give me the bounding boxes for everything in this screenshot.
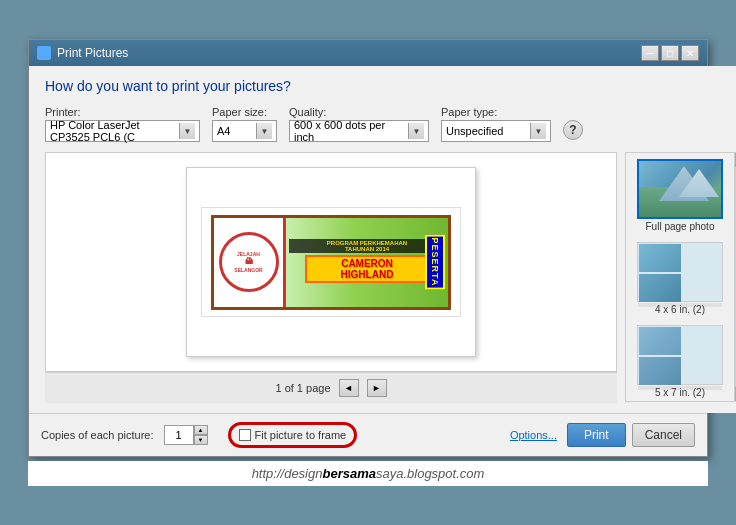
options-link[interactable]: Options...: [510, 429, 557, 441]
action-buttons: Print Cancel: [567, 423, 695, 447]
dialog-titlebar: Print Pictures ─ □ ✕: [29, 40, 707, 66]
paper-size-arrow: ▼: [256, 123, 272, 139]
dialog-title: Print Pictures: [57, 46, 635, 60]
minimize-button[interactable]: ─: [641, 45, 659, 61]
quality-label: Quality:: [289, 106, 429, 118]
close-button[interactable]: ✕: [681, 45, 699, 61]
thumb-4x6-label: 4 x 6 in. (2): [655, 304, 705, 315]
paper-size-label: Paper size:: [212, 106, 277, 118]
website-suffix: saya: [376, 466, 403, 481]
printer-field-group: Printer: HP Color LaserJet CP3525 PCL6 (…: [45, 106, 200, 142]
paper-type-arrow: ▼: [530, 123, 546, 139]
printer-dropdown[interactable]: HP Color LaserJet CP3525 PCL6 (C ▼: [45, 120, 200, 142]
prev-page-button[interactable]: ◄: [339, 379, 359, 397]
thumb-4x6-img: [637, 242, 723, 302]
thumb-full-page-label: Full page photo: [646, 221, 715, 232]
website-prefix: http://design: [252, 466, 323, 481]
page-info: 1 of 1 page: [275, 382, 330, 394]
paper-type-dropdown[interactable]: Unspecified ▼: [441, 120, 551, 142]
printer-value: HP Color LaserJet CP3525 PCL6 (C: [50, 119, 179, 143]
paper-type-value: Unspecified: [446, 125, 530, 137]
next-page-button[interactable]: ►: [367, 379, 387, 397]
quality-value: 600 x 600 dots per inch: [294, 119, 408, 143]
paper-size-field-group: Paper size: A4 ▼: [212, 106, 277, 142]
thumbnail-full-page[interactable]: Full page photo: [635, 157, 725, 234]
paper-preview: JELAJAH 🏔 SELANGOR: [186, 167, 476, 357]
help-button[interactable]: ?: [563, 120, 583, 140]
spinner-down-button[interactable]: ▼: [194, 435, 208, 445]
cancel-button[interactable]: Cancel: [632, 423, 695, 447]
spinner-up-button[interactable]: ▲: [194, 425, 208, 435]
copies-input[interactable]: [164, 425, 194, 445]
paper-size-dropdown[interactable]: A4 ▼: [212, 120, 277, 142]
paper-type-label: Paper type:: [441, 106, 551, 118]
printer-label: Printer:: [45, 106, 200, 118]
thumb-5x7-label: 5 x 7 in. (2): [655, 387, 705, 398]
website-bar: http://designbersamasaya.blogspot.com: [28, 461, 708, 486]
print-button[interactable]: Print: [567, 423, 626, 447]
preview-section: JELAJAH 🏔 SELANGOR: [45, 152, 617, 403]
fit-picture-checkbox[interactable]: [239, 429, 251, 441]
thumb-full-page-img: [637, 159, 723, 219]
printer-dropdown-arrow: ▼: [179, 123, 195, 139]
maximize-button[interactable]: □: [661, 45, 679, 61]
copies-spinner[interactable]: ▲ ▼: [164, 425, 208, 445]
pagination-row: 1 of 1 page ◄ ►: [45, 372, 617, 403]
paper-type-field-group: Paper type: Unspecified ▼: [441, 106, 551, 142]
fit-picture-area[interactable]: Fit picture to frame: [228, 422, 358, 448]
thumbnail-5x7[interactable]: 5 x 7 in. (2): [635, 323, 725, 400]
thumbnails-panel-container: Full page photo 4 x 6 in. (2): [625, 152, 736, 402]
fit-picture-label: Fit picture to frame: [255, 429, 347, 441]
website-domain: .blogspot.com: [403, 466, 484, 481]
preview-area: JELAJAH 🏔 SELANGOR: [45, 152, 617, 372]
dialog-question: How do you want to print your pictures?: [45, 78, 736, 94]
quality-dropdown[interactable]: 600 x 600 dots per inch ▼: [289, 120, 429, 142]
copies-label: Copies of each picture:: [41, 429, 154, 441]
dialog-icon: [37, 46, 51, 60]
quality-field-group: Quality: 600 x 600 dots per inch ▼: [289, 106, 429, 142]
thumbnail-4x6[interactable]: 4 x 6 in. (2): [635, 240, 725, 317]
spinner-buttons: ▲ ▼: [194, 425, 208, 445]
website-bold: bersama: [322, 466, 375, 481]
thumb-5x7-img: [637, 325, 723, 385]
paper-size-value: A4: [217, 125, 256, 137]
quality-arrow: ▼: [408, 123, 424, 139]
thumbnails-panel: Full page photo 4 x 6 in. (2): [625, 152, 735, 402]
bottom-controls: Copies of each picture: ▲ ▼ Fit picture …: [29, 413, 707, 456]
